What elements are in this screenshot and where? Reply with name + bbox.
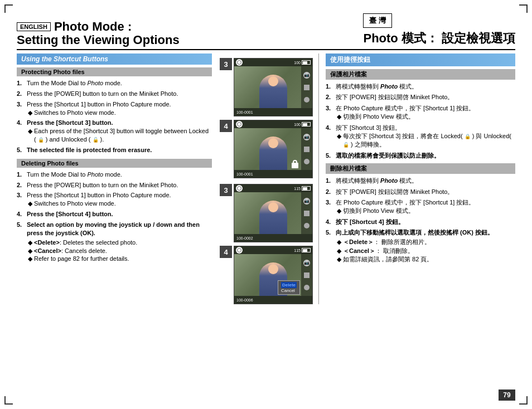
page-number: 79 — [499, 389, 515, 401]
delete-3-filename: 100-0002 — [236, 236, 253, 240]
protect-img-4: 4 100 — [220, 120, 313, 178]
delete-cam-screen-3: 115 100-0002 — [234, 184, 313, 242]
english-badge: ENGLISH — [17, 22, 51, 31]
protect-steps-list: 1. Turn the Mode Dial to Photo mode. 2. … — [17, 79, 212, 154]
zh-protect-step-1: 1. 將模式轉盤轉到 Photo 模式。 — [326, 82, 515, 91]
delete-step-2: 2. Press the [POWER] button to turn on t… — [17, 181, 212, 189]
protect-img-3: 3 100 — [220, 58, 313, 116]
header-right-title: Photo 模式： 設定檢視選項 — [363, 30, 515, 47]
right-section1-header: 使用捷徑按鈕 — [326, 53, 515, 66]
delete-img-3: 3 115 — [220, 184, 313, 242]
zh-delete-step-2: 2. 按下 [POWER] 按鈕以開啓 Miniket Photo。 — [326, 188, 515, 196]
delete-cam-screen-4: 115 Delete Cancel — [234, 246, 313, 304]
protect-cam-screen-4: 100 — [234, 120, 313, 178]
corner-bl — [4, 396, 13, 405]
column-divider — [318, 53, 319, 304]
left-section1-header: Using the Shortcut Buttons — [17, 53, 212, 65]
camera-images-column: 3 100 — [217, 53, 315, 304]
delete-option: Delete — [281, 282, 297, 288]
zh-delete-step-3: 3. 在 Photo Capture 模式中，按下 [Shortcut 1] 按… — [326, 198, 515, 216]
protect-badge-3: 3 — [220, 58, 232, 70]
protect-step-5: 5. The selected file is protected from e… — [17, 146, 212, 154]
delete-steps-list: 1. Turn the Mode Dial to Photo mode. 2. … — [17, 171, 212, 263]
zh-protect-steps: 1. 將模式轉盤轉到 Photo 模式。 2. 按下 [POWER] 按鈕以開啓… — [326, 82, 515, 160]
header-left: ENGLISH Photo Mode : Setting the Viewing… — [17, 20, 180, 47]
region-badge: 臺 灣 — [363, 13, 392, 28]
zh-protect-step-5: 5. 選取的檔案將會受到保護以防止刪除。 — [326, 152, 515, 160]
corner-br — [519, 396, 528, 405]
protect-step-3: 3. Press the [Shortcut 1] button in Phot… — [17, 100, 212, 117]
zh-protect-step-3: 3. 在 Photo Capture 模式中，按下 [Shortcut 1] 按… — [326, 104, 515, 121]
zh-protect-step-4: 4. 按下 [Shortcut 3] 按鈕。 ◆ 每次按下 [Shortcut … — [326, 124, 515, 149]
cancel-option: Cancel — [281, 288, 297, 293]
corner-tr — [519, 4, 528, 13]
protect-step-4: 4. Press the [Shortcut 3] button. ◆ Each… — [17, 119, 212, 144]
delete-badge-3: 3 — [220, 184, 232, 196]
protect-4-filename: 100-0001 — [236, 172, 253, 176]
delete-cancel-overlay: Delete Cancel — [278, 280, 300, 295]
header-sub-title: Setting the Viewing Options — [17, 33, 180, 47]
zh-delete-step-4: 4. 按下 [Shortcut 4] 按鈕。 — [326, 218, 515, 226]
corner-tl — [4, 4, 13, 13]
right-delete-header: 刪除相片檔案 — [326, 163, 515, 174]
protect-3-filename: 100-0001 — [236, 110, 253, 114]
delete-4-filename: 100-0006 — [236, 298, 253, 302]
protect-step-1: 1. Turn the Mode Dial to Photo mode. — [17, 79, 212, 87]
right-column: 使用捷徑按鈕 保護相片檔案 1. 將模式轉盤轉到 Photo 模式。 2. 按下… — [322, 53, 515, 304]
page: ENGLISH Photo Mode : Setting the Viewing… — [0, 0, 532, 409]
zh-delete-step-1: 1. 將模式轉盤轉到 Photo 模式。 — [326, 177, 515, 185]
right-protect-header: 保護相片檔案 — [326, 69, 515, 80]
protect-step-2: 2. Press the [POWER] button to turn on t… — [17, 90, 212, 98]
protect-header: Protecting Photo files — [17, 67, 212, 76]
zh-delete-step-5: 5. 向上或向下移動搖桿以選取選項，然後按搖桿 (OK) 按鈕。 ◆ ＜Dele… — [326, 228, 515, 264]
header-title-line: ENGLISH Photo Mode : — [17, 20, 180, 33]
header-main-title: Photo Mode : — [54, 20, 132, 33]
delete-step-5: 5. Select an option by moving the joysti… — [17, 221, 212, 263]
protect-badge-4: 4 — [220, 120, 232, 132]
header: ENGLISH Photo Mode : Setting the Viewing… — [17, 11, 515, 47]
zh-protect-step-2: 2. 按下 [POWER] 按鈕以開啓 Miniket Photo。 — [326, 93, 515, 101]
delete-header: Deleting Photo files — [17, 159, 212, 168]
protect-cam-screen-3: 100 100-0001 — [234, 58, 313, 116]
delete-step-4: 4. Press the [Shortcut 4] button. — [17, 210, 212, 218]
delete-badge-4: 4 — [220, 246, 232, 258]
delete-img-4: 4 115 — [220, 246, 313, 304]
left-column: Using the Shortcut Buttons Protecting Ph… — [17, 53, 217, 304]
zh-delete-steps: 1. 將模式轉盤轉到 Photo 模式。 2. 按下 [POWER] 按鈕以開啓… — [326, 177, 515, 264]
delete-step-1: 1. Turn the Mode Dial to Photo mode. — [17, 171, 212, 179]
header-divider — [17, 49, 515, 50]
delete-step-3: 3. Press the [Shortcut 1] button in Phot… — [17, 191, 212, 208]
